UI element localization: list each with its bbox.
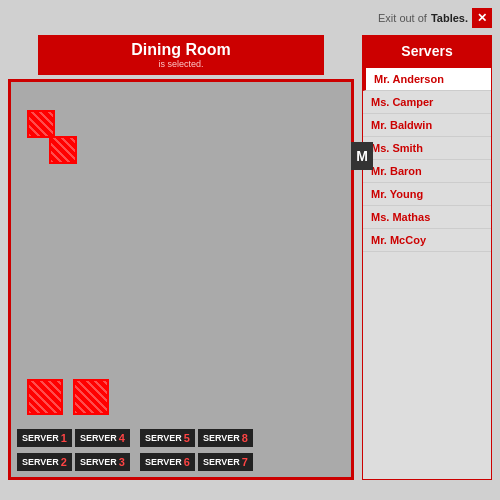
left-panel: Dining Room is selected. M SERVER1 SERVE…: [8, 35, 354, 480]
server-badge-label: SERVER: [22, 457, 59, 467]
server-list-item-7[interactable]: Mr. McCoy: [363, 229, 491, 252]
server-badge-label: SERVER: [145, 457, 182, 467]
exit-button[interactable]: ✕: [472, 8, 492, 28]
server-badge-8[interactable]: SERVER8: [198, 429, 253, 447]
server-badge-5[interactable]: SERVER5: [140, 429, 195, 447]
tables-label: Tables.: [431, 12, 468, 24]
server-badge-1[interactable]: SERVER1: [17, 429, 72, 447]
server-badge-label: SERVER: [80, 457, 117, 467]
server-list-item-3[interactable]: Ms. Smith: [363, 137, 491, 160]
server-badge-7[interactable]: SERVER7: [198, 453, 253, 471]
dining-room-header: Dining Room is selected.: [38, 35, 324, 75]
server-badge-label: SERVER: [203, 457, 240, 467]
server-badge-label: SERVER: [80, 433, 117, 443]
server-badge-label: SERVER: [22, 433, 59, 443]
server-num-4: 4: [119, 432, 125, 444]
exit-text: Exit out of: [378, 12, 427, 24]
server-num-5: 5: [184, 432, 190, 444]
server-num-6: 6: [184, 456, 190, 468]
server-badge-2[interactable]: SERVER2: [17, 453, 72, 471]
server-list-item-1[interactable]: Ms. Camper: [363, 91, 491, 114]
dining-room-title: Dining Room: [50, 41, 312, 59]
server-num-1: 1: [61, 432, 67, 444]
server-list-item-5[interactable]: Mr. Young: [363, 183, 491, 206]
server-list-item-6[interactable]: Ms. Mathas: [363, 206, 491, 229]
top-bar: Exit out of Tables. ✕: [378, 8, 492, 28]
table-4[interactable]: [73, 379, 109, 415]
server-badges-container: SERVER1 SERVER4 SERVER5 SERVER8 SERVER2 …: [17, 429, 297, 471]
server-num-7: 7: [242, 456, 248, 468]
server-list-item-4[interactable]: Mr. Baron: [363, 160, 491, 183]
server-badge-3[interactable]: SERVER3: [75, 453, 130, 471]
servers-header: Servers: [362, 35, 492, 67]
servers-list: Mr. AndersonMs. CamperMr. BaldwinMs. Smi…: [362, 67, 492, 480]
server-badge-label: SERVER: [203, 433, 240, 443]
server-num-2: 2: [61, 456, 67, 468]
dining-room-subtitle: is selected.: [50, 59, 312, 69]
table-3[interactable]: [27, 379, 63, 415]
server-badge-4[interactable]: SERVER4: [75, 429, 130, 447]
table-2[interactable]: [49, 136, 77, 164]
server-num-8: 8: [242, 432, 248, 444]
main-area: Dining Room is selected. M SERVER1 SERVE…: [8, 35, 492, 480]
table-1[interactable]: [27, 110, 55, 138]
server-list-item-2[interactable]: Mr. Baldwin: [363, 114, 491, 137]
floor-area: M SERVER1 SERVER4 SERVER5 SERVER8 SERVER…: [8, 79, 354, 480]
m-button[interactable]: M: [351, 142, 373, 170]
server-badge-label: SERVER: [145, 433, 182, 443]
server-num-3: 3: [119, 456, 125, 468]
right-panel: Servers Mr. AndersonMs. CamperMr. Baldwi…: [362, 35, 492, 480]
server-list-item-0[interactable]: Mr. Anderson: [363, 68, 491, 91]
server-badge-6[interactable]: SERVER6: [140, 453, 195, 471]
